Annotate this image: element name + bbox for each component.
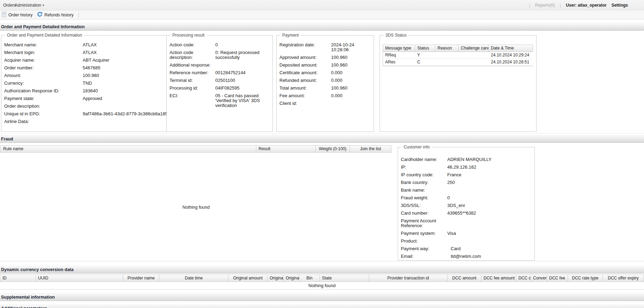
field-value: 2024-10-24 10:28:06 (331, 43, 371, 52)
column-header-original-amount[interactable]: Original amount (229, 275, 268, 282)
field-row-action-code: Action code:0 (170, 43, 270, 47)
column-header[interactable]: Status (415, 45, 435, 52)
field-row-deposited-amount: Deposited amount:100.960 (279, 63, 371, 68)
cell-challenge-cancel (459, 52, 489, 59)
column-header[interactable]: Challenge cancel (459, 45, 489, 52)
column-header-dcc-rate-type[interactable]: DCC rate type (568, 275, 603, 282)
three-ds-table: Message type Status Reason Challenge can… (383, 45, 533, 66)
dcc-table-header: ID UUID Provider name Date time Original… (0, 275, 644, 282)
three-ds-status-fieldset: 3DS Status Message type Status Reason Ch… (380, 33, 537, 132)
divider (0, 261, 644, 261)
three-ds-row[interactable]: ARes C 24.10.2024 10:28:51 (383, 59, 533, 66)
menu-administration-label: Administration (15, 3, 41, 8)
field-row-client-id: Client id: (279, 101, 371, 106)
field-label: Merchant name: (4, 43, 83, 47)
field-row-eci: ECI:05 - Card has passed 'Verified by VI… (170, 93, 270, 108)
field-label: Airline Data: (4, 119, 83, 124)
menu-administration[interactable]: Administration▾ (13, 0, 46, 10)
field-label: Total amount: (279, 86, 331, 91)
column-header-date-time[interactable]: Date time (159, 275, 229, 282)
field-value: TND (83, 81, 168, 86)
column-header-result[interactable]: Result (256, 145, 316, 153)
cell-reason (435, 52, 459, 59)
field-row-approved-amount: Approved amount:100.960 (279, 55, 371, 60)
column-header-uuid[interactable]: UUID (36, 275, 123, 282)
section-header-fraud: Fraud (0, 135, 644, 143)
field-label: Fee amount: (279, 93, 331, 98)
field-label: Order description: (4, 104, 83, 109)
fraud-table-body: Nothing found (0, 153, 392, 261)
field-label: Email: (401, 254, 447, 259)
cell-message-type: ARes (383, 59, 415, 66)
field-label: Authorization Response ID: (4, 88, 83, 93)
field-value: 100.960 (331, 55, 371, 60)
field-value: 100.960 (83, 73, 168, 78)
field-row-order-description: Order description: (4, 104, 168, 109)
field-row-payment-state: Payment state:Approved (4, 96, 168, 101)
column-header-original-fee[interactable]: Original f (268, 275, 284, 282)
field-value: 05 - Card has passed 'Verified by VISA' … (215, 93, 270, 108)
order-history-button[interactable]: Order history (0, 11, 35, 19)
field-value: 0 (215, 43, 270, 47)
field-value: tld@netim.com (447, 254, 532, 259)
column-header-weight[interactable]: Weight (0-100) (316, 145, 350, 153)
field-label: Fraud weight: (401, 195, 447, 200)
field-label: Action code description: (170, 50, 215, 60)
field-label: Card number: (401, 211, 447, 216)
field-value: 439655**6382 (447, 211, 532, 216)
column-header-state[interactable]: State (320, 275, 369, 282)
toolbar-separator (78, 12, 79, 18)
order-details-fieldset: Order and Payment Detailed Information M… (1, 33, 171, 132)
field-label: Reference number: (170, 70, 215, 75)
field-value: 0.000 (331, 78, 371, 83)
field-value: 0: Request processed successfully (215, 50, 270, 60)
column-header-dcc-amount[interactable]: DCC amount (448, 275, 481, 282)
refunds-refresh-icon (37, 12, 43, 18)
column-header-conversion[interactable]: Conversi (531, 275, 547, 282)
cell-date-time: 24.10.2024 10:29:24 (489, 52, 533, 59)
field-label: Certificate amount: (279, 70, 331, 75)
field-value: 46.29.126.162 (447, 165, 532, 170)
field-label: Unique id in EPG: (4, 111, 83, 116)
app-window: Orders Administration▾ | Reports(0) | Us… (0, 0, 644, 308)
field-label: Approved amount: (279, 55, 331, 60)
three-ds-row[interactable]: RReq Y 24.10.2024 10:29:24 (383, 52, 533, 59)
field-label: Refunded amount: (279, 78, 331, 83)
column-header[interactable]: Message type (383, 45, 415, 52)
customer-info-legend: Customer info (402, 145, 432, 149)
menubar-separator: | (560, 3, 561, 8)
field-label: Action code: (170, 43, 215, 47)
column-header[interactable]: Date & Time (489, 45, 533, 52)
field-value: 5467685 (83, 66, 168, 70)
menu-settings[interactable]: Settings (612, 3, 628, 8)
column-header-provider-transaction-id[interactable]: Provider transaction id (369, 275, 448, 282)
menu-reports[interactable]: Reports(0) (535, 3, 555, 8)
field-label: Payment Account Reference: (401, 218, 447, 228)
field-row-ip: IP:46.29.126.162 (401, 165, 532, 170)
refunds-history-button[interactable]: Refunds history (35, 11, 76, 19)
column-header-dcc-fee-amount[interactable]: DCC fee amount (481, 275, 516, 282)
field-label: Order number: (4, 66, 83, 70)
three-ds-status-legend: 3DS Status (384, 33, 409, 38)
column-header-dcc-currency[interactable]: DCC curr (516, 275, 531, 282)
field-row-merchant-login: Merchant login:ATLAX (4, 50, 168, 55)
column-header-bin[interactable]: Bin (299, 275, 320, 282)
column-header-provider-name[interactable]: Provider name (123, 275, 159, 282)
column-header-id[interactable]: ID (0, 275, 36, 282)
field-label: Merchant login: (4, 50, 83, 55)
column-header[interactable]: Reason (435, 45, 459, 52)
field-value: 04IF082595 (215, 86, 270, 91)
field-row-currency: Currency:TND (4, 81, 168, 86)
column-header-join-the-list[interactable]: Join the list (350, 145, 391, 153)
field-label: IP country code: (401, 172, 447, 177)
processing-result-fieldset: Processing result Action code:0 Action c… (166, 33, 273, 132)
field-row-payment-way: Payment way:Card (401, 246, 532, 251)
column-header-rule-name[interactable]: Rule name (0, 145, 256, 153)
current-user-label: User: atlax_operator (566, 3, 607, 8)
field-label: IP: (401, 165, 447, 170)
field-label: Cardholder name: (401, 157, 447, 162)
column-header-dcc-offer-expiry[interactable]: DCC offer expiry (603, 275, 644, 282)
column-header-dcc-fee[interactable]: DCC fee (547, 275, 568, 282)
column-header-original-currency[interactable]: Original c (284, 275, 299, 282)
field-label: Payment way: (401, 246, 447, 251)
